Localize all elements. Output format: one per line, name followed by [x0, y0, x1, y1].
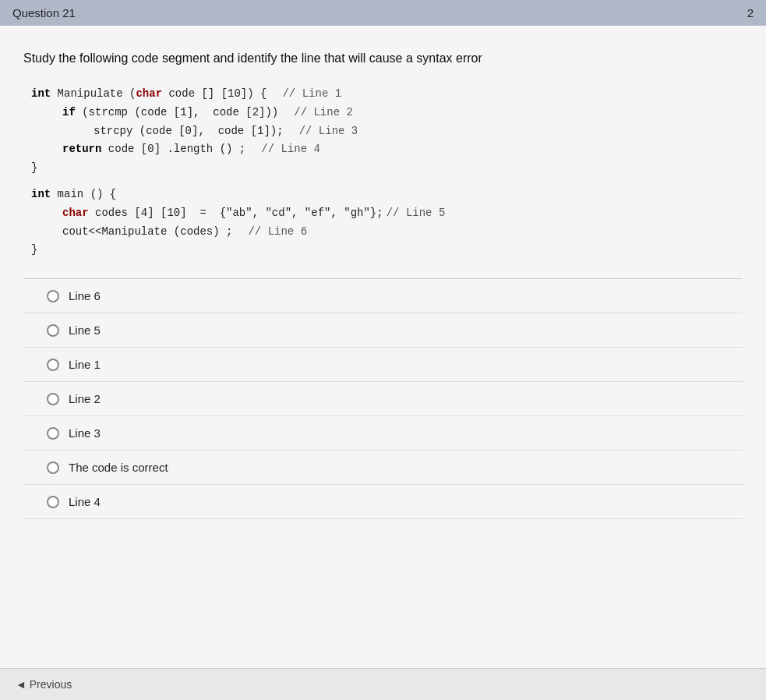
footer-nav: ◄ Previous — [0, 668, 766, 700]
option-label-line4: Line 4 — [69, 495, 101, 508]
code-block: int Manipulate (char code [] [10]) { // … — [23, 85, 743, 260]
prev-button[interactable]: ◄ Previous — [16, 678, 72, 691]
code-line-4: return code [0] .length () ; // Line 4 — [31, 140, 743, 159]
option-label-line1: Line 1 — [69, 358, 101, 371]
option-correct[interactable]: The code is correct — [23, 451, 743, 485]
quiz-container: Question 21 2 Study the following code s… — [0, 0, 766, 700]
option-line5[interactable]: Line 5 — [23, 313, 743, 348]
question-body: Study the following code segment and ide… — [0, 26, 766, 668]
option-line1[interactable]: Line 1 — [23, 348, 743, 382]
option-label-line5: Line 5 — [69, 323, 101, 337]
code-line-blank — [31, 178, 743, 186]
code-line-5: char codes [4] [10] = {"ab", "cd", "ef",… — [31, 204, 743, 223]
option-label-line6: Line 6 — [69, 289, 101, 302]
options-section: Line 6 Line 5 Line 1 Line 2 Line 3 The c — [23, 279, 743, 519]
radio-line5[interactable] — [47, 324, 59, 337]
code-line-6: cout<<Manipulate (codes) ; // Line 6 — [31, 223, 743, 242]
option-line6[interactable]: Line 6 — [23, 279, 743, 313]
question-header: Question 21 2 — [0, 0, 766, 26]
code-line-1: int Manipulate (char code [] [10]) { // … — [31, 85, 743, 104]
option-line4[interactable]: Line 4 — [23, 485, 743, 519]
code-line-main: int main () { — [31, 186, 743, 204]
question-text: Study the following code segment and ide… — [23, 49, 743, 68]
question-title: Question 21 — [12, 6, 76, 19]
code-line-close1: } — [31, 159, 743, 178]
option-label-line3: Line 3 — [69, 426, 101, 440]
option-line2[interactable]: Line 2 — [23, 382, 743, 416]
radio-line3[interactable] — [47, 427, 59, 440]
code-line-3: strcpy (code [0], code [1]); // Line 3 — [31, 122, 743, 141]
question-points: 2 — [747, 6, 754, 19]
radio-line6[interactable] — [47, 290, 59, 302]
option-line3[interactable]: Line 3 — [23, 416, 743, 451]
code-line-2: if (strcmp (code [1], code [2])) // Line… — [31, 104, 743, 122]
radio-line4[interactable] — [47, 496, 59, 508]
radio-correct[interactable] — [47, 461, 59, 474]
code-line-close2: } — [31, 241, 743, 260]
option-label-correct: The code is correct — [69, 461, 168, 474]
radio-line2[interactable] — [47, 393, 59, 405]
radio-line1[interactable] — [47, 359, 59, 371]
option-label-line2: Line 2 — [69, 392, 101, 405]
prev-label: ◄ Previous — [16, 678, 72, 691]
